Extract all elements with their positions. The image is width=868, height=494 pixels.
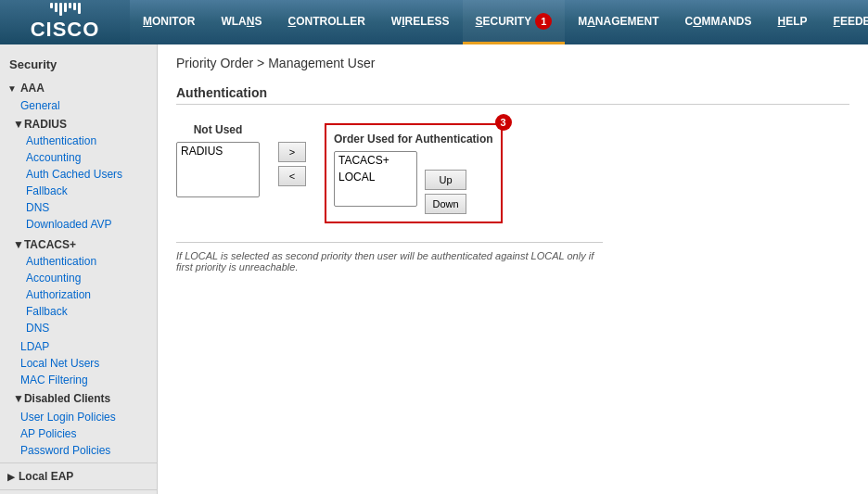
local-eap-label: Local EAP	[19, 470, 73, 483]
order-used-label: Order Used for Authentication	[334, 133, 493, 146]
section-title: Authentication	[176, 85, 849, 105]
sidebar-item-user-login[interactable]: User Login Policies	[0, 409, 157, 425]
up-button[interactable]: Up	[425, 170, 466, 190]
disabled-label: Disabled Clients	[24, 392, 110, 405]
sidebar-section-aaa: ▼ AAA General ▼ RADIUS Authentication Ac…	[0, 79, 157, 459]
cisco-bars-icon	[50, 3, 81, 16]
nav-wireless[interactable]: WIRELESS	[378, 0, 463, 44]
order-box-inner: TACACS+ LOCAL Up Down	[334, 151, 493, 214]
sidebar-title: Security	[0, 52, 157, 79]
not-used-label: Not Used	[194, 123, 243, 136]
sidebar-tacacs-section: ▼ TACACS+ Authentication Accounting Auth…	[0, 234, 157, 338]
divider-2	[0, 489, 157, 490]
disabled-arrow-icon: ▼	[13, 392, 24, 405]
move-left-button[interactable]: <	[278, 166, 306, 186]
arrow-buttons-container: > <	[278, 142, 306, 186]
aaa-label: AAA	[20, 82, 45, 95]
breadcrumb: Priority Order > Management User	[176, 56, 849, 70]
sidebar-item-downloaded[interactable]: Downloaded AVP	[13, 216, 149, 233]
nav-commands[interactable]: COMMANDS	[672, 0, 765, 44]
sidebar-item-dns[interactable]: DNS	[13, 199, 149, 216]
tacacs-arrow-icon: ▼	[13, 238, 24, 251]
sidebar-item-general[interactable]: General	[0, 97, 157, 114]
sidebar-item-mac-filter[interactable]: MAC Filtering	[0, 372, 157, 388]
info-text: If LOCAL is selected as second priority …	[176, 242, 603, 272]
order-used-listbox[interactable]: TACACS+ LOCAL	[334, 151, 417, 207]
sidebar-item-tacacs-authz[interactable]: Authorization	[13, 286, 149, 303]
content-area: Priority Order > Management User Authent…	[158, 44, 868, 494]
nav-items: MONITOR WLANs CONTROLLER WIRELESS SECURI…	[130, 0, 868, 44]
security-badge: 1	[535, 13, 552, 30]
radius-arrow-icon: ▼	[13, 118, 24, 131]
logo-area: CISCO	[0, 0, 130, 44]
sidebar-aaa-header[interactable]: ▼ AAA	[0, 79, 157, 97]
nav-management[interactable]: MANAGEMENT	[565, 0, 671, 44]
sidebar-tacacs-header[interactable]: ▼ TACACS+	[13, 236, 149, 253]
sidebar-radius-section: ▼ RADIUS Authentication Accounting Auth …	[0, 114, 157, 234]
nav-help[interactable]: HELP	[765, 0, 821, 44]
top-navigation: CISCO MONITOR WLANs CONTROLLER WIRELESS …	[0, 0, 868, 44]
aaa-arrow-icon: ▼	[7, 83, 17, 94]
nav-feedback[interactable]: FEEDBACK	[821, 0, 868, 44]
sidebar-item-local-net[interactable]: Local Net Users	[0, 355, 157, 372]
order-option-local[interactable]: LOCAL	[335, 169, 416, 185]
sidebar-item-pw-policies[interactable]: Password Policies	[0, 442, 157, 459]
nav-controller[interactable]: CONTROLLER	[274, 0, 377, 44]
divider-1	[0, 462, 157, 463]
sidebar-item-tacacs-dns[interactable]: DNS	[13, 320, 149, 336]
order-used-wrapper: Order Used for Authentication TACACS+ LO…	[325, 123, 503, 223]
sidebar-radius-header[interactable]: ▼ RADIUS	[13, 116, 149, 133]
sidebar-section-local-eap: ▶ Local EAP	[0, 467, 157, 486]
sidebar: Security ▼ AAA General ▼ RADIUS Authenti…	[0, 44, 158, 494]
authentication-layout: Not Used RADIUS > < 3 Order Used for Aut…	[176, 123, 849, 223]
radius-label: RADIUS	[24, 118, 67, 131]
sidebar-local-eap-header[interactable]: ▶ Local EAP	[0, 467, 157, 486]
order-box-outer: 3 Order Used for Authentication TACACS+ …	[325, 123, 503, 223]
move-right-button[interactable]: >	[278, 142, 306, 162]
local-eap-arrow-icon: ▶	[7, 472, 15, 482]
sidebar-item-radius-auth[interactable]: Authentication	[13, 133, 149, 149]
sidebar-item-ldap[interactable]: LDAP	[0, 338, 157, 355]
sidebar-item-tacacs-auth[interactable]: Authentication	[13, 253, 149, 270]
not-used-option-radius[interactable]: RADIUS	[177, 143, 259, 159]
order-option-tacacs[interactable]: TACACS+	[335, 152, 416, 169]
tacacs-label: TACACS+	[24, 238, 76, 251]
down-button[interactable]: Down	[425, 194, 466, 214]
sidebar-item-radius-acct[interactable]: Accounting	[13, 149, 149, 166]
main-layout: Security ▼ AAA General ▼ RADIUS Authenti…	[0, 44, 868, 494]
sidebar-disabled-section: ▼ Disabled Clients	[0, 388, 157, 409]
nav-wlans[interactable]: WLANs	[208, 0, 274, 44]
sidebar-item-fallback[interactable]: Fallback	[13, 183, 149, 199]
not-used-listbox[interactable]: RADIUS	[176, 142, 260, 197]
up-down-buttons: Up Down	[425, 170, 466, 214]
cisco-logo: CISCO	[31, 18, 100, 42]
sidebar-item-tacacs-fall[interactable]: Fallback	[13, 303, 149, 320]
not-used-container: Not Used RADIUS	[176, 123, 260, 197]
nav-monitor[interactable]: MONITOR	[130, 0, 208, 44]
sidebar-item-auth-cached[interactable]: Auth Cached Users	[13, 166, 149, 183]
sidebar-disabled-header[interactable]: ▼ Disabled Clients	[13, 390, 149, 407]
order-box-badge: 3	[495, 114, 512, 131]
sidebar-item-tacacs-acct[interactable]: Accounting	[13, 270, 149, 286]
nav-security[interactable]: SECURITY 1	[463, 0, 566, 44]
sidebar-item-ap-policies[interactable]: AP Policies	[0, 425, 157, 442]
